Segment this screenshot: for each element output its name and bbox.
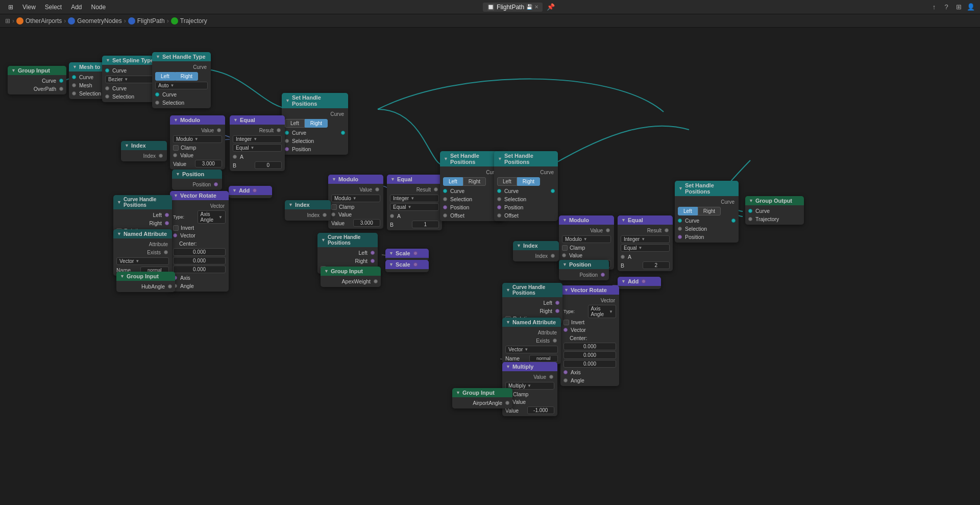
- node-set-handle-pos-4: ▼ Set Handle Positions Curve Left Right …: [675, 181, 739, 243]
- node-curve-handle-pos-3-header[interactable]: ▼ Curve Handle Positions: [502, 283, 562, 297]
- file-tab[interactable]: 🔲 FlightPath 💾 ✕: [483, 3, 543, 12]
- bc-trajectory[interactable]: Trajectory: [171, 17, 207, 25]
- node-group-output-header[interactable]: ▼ Group Output: [745, 196, 804, 205]
- shp2-btn-right[interactable]: Right: [463, 177, 486, 186]
- blender-menu[interactable]: ⊞: [4, 2, 17, 12]
- node-equal-1-header[interactable]: ▼ Equal: [230, 115, 285, 125]
- modulo-type-dd[interactable]: Modulo ▼: [173, 135, 222, 143]
- btn-right[interactable]: Right: [175, 72, 198, 81]
- bc-other-airports[interactable]: OtherAirports: [16, 17, 62, 25]
- node-vec-rotate-3-header[interactable]: ▼ Vector Rotate: [560, 285, 619, 295]
- node-modulo-3-header[interactable]: ▼ Modulo: [559, 215, 614, 225]
- help-icon[interactable]: ?: [941, 2, 951, 12]
- node-vec-rotate-1-header[interactable]: ▼ Vector Rotate: [170, 191, 229, 200]
- node-multiply-header[interactable]: ▼ Multiply: [502, 362, 557, 371]
- na-type-dd[interactable]: Vector ▼: [116, 257, 169, 265]
- eq-mode-dd[interactable]: Equal ▼: [233, 144, 282, 152]
- e2-type-dd[interactable]: Integer ▼: [390, 195, 439, 202]
- sock-mtc-sel: [72, 91, 76, 95]
- upload-icon[interactable]: ↑: [929, 2, 939, 12]
- bc-geometry-nodes[interactable]: GeometryNodes: [68, 17, 121, 25]
- shp3-btn-left[interactable]: Left: [497, 177, 517, 186]
- node-group-input-4-header[interactable]: ▼ Group Input: [452, 388, 512, 397]
- menu-add[interactable]: Add: [67, 2, 86, 12]
- spline-type-dropdown[interactable]: Bezier ▼: [105, 76, 158, 83]
- node-equal-1-title: Equal: [240, 117, 255, 123]
- m2-type-dd[interactable]: Modulo ▼: [331, 195, 380, 202]
- menu-node[interactable]: Node: [87, 2, 110, 12]
- close-icon[interactable]: ✕: [534, 4, 538, 10]
- node-group-input-main-header[interactable]: ▼ Group Input: [8, 66, 66, 75]
- shp2-btn-left[interactable]: Left: [443, 177, 463, 186]
- clamp-cb[interactable]: [173, 145, 179, 151]
- node-position-1-header[interactable]: ▼ Position: [172, 170, 222, 179]
- layout-icon[interactable]: ⊞: [953, 2, 964, 12]
- na3-type-dd[interactable]: Vector ▼: [505, 346, 558, 353]
- node-canvas[interactable]: ▼ Group Input Curve OverPath ▼ Mesh to C…: [0, 28, 980, 505]
- node-modulo-1-header[interactable]: ▼ Modulo: [170, 115, 225, 125]
- btn-left[interactable]: Left: [155, 72, 175, 81]
- node-set-spline-type-title: Set Spline Type: [112, 57, 154, 63]
- shp4-lr-btns: Left Right: [678, 207, 736, 215]
- node-set-handle-pos-3-header[interactable]: ▼ Set Handle Positions: [494, 151, 558, 166]
- node-equal-2: ▼ Equal Result Integer ▼ Equal ▼ A B 1: [387, 175, 442, 230]
- node-named-attr-1-header[interactable]: ▼ Named Attribute: [113, 229, 172, 238]
- node-equal-2-header[interactable]: ▼ Equal: [387, 175, 442, 184]
- node-named-attr-3: ▼ Named Attribute Attribute Exists Vecto…: [502, 318, 561, 364]
- node-add-1-header[interactable]: ▼ Add: [229, 186, 272, 195]
- node-set-handle-type-header[interactable]: ▼ Set Handle Type: [152, 52, 211, 61]
- node-named-attr-3-body: Attribute Exists Vector ▼ Name normal: [502, 327, 561, 364]
- node-group-input-2-title: Group Input: [127, 273, 159, 279]
- node-group-input-3-header[interactable]: ▼ Group Input: [321, 267, 381, 276]
- node-index-2-header[interactable]: ▼ Index: [285, 200, 331, 209]
- handle-auto-dropdown[interactable]: Auto ▼: [155, 82, 208, 89]
- vr3-invert-cb[interactable]: [564, 320, 569, 325]
- e2-mode-dd[interactable]: Equal ▼: [390, 203, 439, 211]
- save-icon[interactable]: 💾: [526, 4, 532, 10]
- node-modulo-2-header[interactable]: ▼ Modulo: [328, 175, 383, 184]
- node-group-input-2-header[interactable]: ▼ Group Input: [116, 272, 175, 281]
- menu-bar: ⊞ View Select Add Node: [0, 2, 114, 12]
- sock-overpath-out: [59, 87, 63, 91]
- node-position-3-header[interactable]: ▼ Position: [559, 260, 609, 269]
- e3-type-dd[interactable]: Integer ▼: [621, 235, 670, 243]
- home-icon: ⊞: [5, 17, 10, 25]
- node-scale-2-header[interactable]: ▼ Scale: [385, 260, 429, 269]
- bc-flight-path[interactable]: FlightPath: [128, 17, 165, 25]
- vr3-type-dd[interactable]: Axis Angle ▼: [588, 305, 617, 318]
- user-icon[interactable]: 👤: [966, 2, 976, 12]
- node-named-attr-3-header[interactable]: ▼ Named Attribute: [502, 318, 561, 327]
- shp-btn-right[interactable]: Right: [305, 119, 328, 128]
- pin-icon[interactable]: 📌: [546, 2, 556, 12]
- node-set-handle-pos-3: ▼ Set Handle Positions Curve Left Right …: [494, 151, 558, 221]
- node-curve-handle-pos-2-header[interactable]: ▼ Curve Handle Positions: [317, 233, 378, 247]
- node-set-handle-pos-top-header[interactable]: ▼ Set Handle Positions: [282, 93, 348, 108]
- sock-mtc-curve-in: [72, 75, 76, 79]
- menu-select[interactable]: Select: [41, 2, 66, 12]
- node-index-2: ▼ Index Index: [285, 200, 331, 221]
- node-set-handle-pos-4-header[interactable]: ▼ Set Handle Positions: [675, 181, 739, 196]
- menu-view[interactable]: View: [18, 2, 40, 12]
- vr-invert-cb[interactable]: [173, 225, 179, 231]
- shp4-btn-right[interactable]: Right: [698, 207, 721, 215]
- shp4-btn-left[interactable]: Left: [678, 207, 698, 215]
- breadcrumb: ⊞ › OtherAirports › GeometryNodes › Flig…: [0, 14, 980, 28]
- m3-clamp-cb[interactable]: [562, 245, 568, 251]
- eq-type-dd[interactable]: Integer ▼: [233, 135, 282, 143]
- node-add-3-header[interactable]: ▼ Add: [618, 277, 661, 286]
- node-index-1-header[interactable]: ▼ Index: [121, 141, 167, 150]
- node-vec-rotate-1: ▼ Vector Rotate Vector Type: Axis Angle …: [170, 191, 229, 292]
- node-index-3-header[interactable]: ▼ Index: [513, 241, 559, 250]
- shp-btn-left[interactable]: Left: [285, 119, 305, 128]
- e3-mode-dd[interactable]: Equal ▼: [621, 244, 670, 252]
- m2-clamp-cb[interactable]: [331, 204, 337, 210]
- shp3-btn-right[interactable]: Right: [517, 177, 540, 186]
- node-scale-1-header[interactable]: ▼ Scale: [385, 249, 429, 258]
- title-area: 🔲 FlightPath 💾 ✕ 📌: [114, 2, 925, 12]
- mul-type-dd[interactable]: Multiply ▼: [505, 382, 554, 390]
- node-equal-3-header[interactable]: ▼ Equal: [618, 215, 673, 225]
- vr-type-dd[interactable]: Axis Angle ▼: [198, 210, 226, 224]
- node-curve-handle-pos-1-header[interactable]: ▼ Curve Handle Positions: [113, 195, 172, 209]
- m3-type-dd[interactable]: Modulo ▼: [562, 235, 611, 243]
- node-group-output: ▼ Group Output Curve Trajectory: [745, 196, 804, 225]
